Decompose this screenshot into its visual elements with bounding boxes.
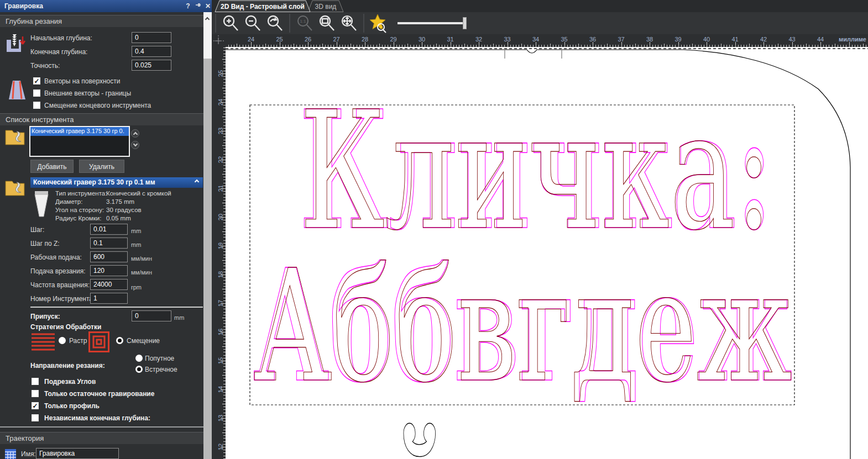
- checkbox-label: Независимая конечная глубина:: [44, 414, 150, 422]
- zoom-out-icon[interactable]: [242, 13, 264, 34]
- ruler-number: 32: [475, 36, 482, 43]
- checkbox-rest-engraving[interactable]: ✓: [32, 390, 39, 397]
- end-depth-input[interactable]: [132, 46, 171, 57]
- ruler-number: 38: [646, 36, 653, 43]
- tab-3d-label[interactable]: 3D вид: [315, 3, 337, 10]
- tool-list-item[interactable]: Конический гравер 3.175 30 гр 0.: [30, 127, 129, 136]
- param-label: Номер Инструмента:: [30, 295, 95, 303]
- zoom-extents-icon[interactable]: [338, 13, 360, 34]
- param-unit: mm: [131, 228, 141, 234]
- ruler-number: 40: [703, 36, 710, 43]
- allowance-unit: mm: [174, 314, 184, 321]
- param-unit: мм/мин: [131, 269, 152, 276]
- checkbox-label: Внешние векторы - границы: [44, 89, 131, 97]
- zoom-slider[interactable]: [398, 17, 469, 30]
- panel-titlebar: Гравировка ? ✕: [0, 0, 212, 12]
- ruler-tick: [621, 42, 622, 47]
- zoom-window-icon[interactable]: [316, 13, 338, 34]
- zoom-in-icon[interactable]: [219, 13, 242, 34]
- svg-text:1:1: 1:1: [300, 19, 306, 24]
- tool-folder-icon: [4, 178, 27, 198]
- pin-icon[interactable]: [194, 2, 202, 10]
- toolnumber-input[interactable]: [90, 293, 128, 304]
- ruler-number: 34: [532, 36, 539, 43]
- view-area: 2D Вид - Растровый слой 3D вид 1:1: [212, 0, 868, 459]
- tool-up-button[interactable]: [131, 129, 139, 138]
- field-label: Конечная глубина:: [30, 48, 87, 56]
- checkbox-independent-depth[interactable]: ✓: [32, 414, 39, 421]
- checkbox-outer-vectors[interactable]: ✓: [33, 89, 40, 97]
- tool-cone-icon: [33, 190, 50, 219]
- param-label: Шаг:: [30, 226, 44, 234]
- trajectory-name-input[interactable]: [36, 448, 119, 459]
- tool-prop-value: 0.05 mm: [106, 215, 131, 221]
- tool-header[interactable]: Конический гравер 3.175 30 гр 0.1 мм: [30, 177, 203, 188]
- slider-track[interactable]: [398, 22, 465, 24]
- trajectory-icon: [4, 449, 17, 459]
- radio-label: Растр: [69, 337, 87, 345]
- tool-list[interactable]: Конический гравер 3.175 30 гр 0.: [29, 126, 130, 157]
- allowance-label: Припуск:: [30, 313, 60, 320]
- panel-scrollbar[interactable]: [203, 12, 212, 459]
- zoom-objects-icon[interactable]: [368, 13, 390, 34]
- help-icon[interactable]: ?: [184, 2, 192, 10]
- param-unit: мм/мин: [131, 255, 152, 262]
- radio-label: Попутное: [145, 355, 174, 362]
- collapse-icon[interactable]: [195, 180, 199, 184]
- ruler-number: 43: [788, 36, 795, 43]
- ruler-tick: [820, 42, 821, 47]
- radio-offset[interactable]: [116, 337, 123, 344]
- add-tool-button[interactable]: Добавить: [30, 160, 74, 173]
- checkbox-label: Только профиль: [44, 402, 100, 410]
- tool-header-label: Конический гравер 3.175 30 гр 0.1 мм: [33, 178, 155, 186]
- scrollbar-thumb[interactable]: [203, 25, 212, 59]
- tolerance-input[interactable]: [132, 60, 171, 71]
- plungerate-input[interactable]: [90, 265, 128, 276]
- checkbox-vectors-on-surface[interactable]: ✓: [33, 77, 40, 85]
- tool-down-button[interactable]: [131, 141, 139, 149]
- checkbox-endmill-offset[interactable]: ✓: [33, 102, 40, 109]
- toolbar-divider: [215, 14, 216, 33]
- feedrate-input[interactable]: [90, 251, 128, 262]
- checkbox-profile-only[interactable]: ✓: [32, 402, 39, 409]
- ruler-tick: [707, 42, 707, 47]
- ruler-tick: [650, 42, 650, 47]
- ruler-corner: [212, 34, 226, 47]
- start-depth-input[interactable]: [132, 32, 171, 43]
- tab-2d-label[interactable]: 2D Вид - Растровый слой: [221, 3, 305, 10]
- vector-text-row3-partial[interactable]: зийклмноп: [260, 404, 857, 459]
- scroll-up-button[interactable]: [203, 12, 212, 25]
- trajectory-name-label: Имя:: [21, 450, 36, 458]
- toolpath-row2: Аббвгдеж: [253, 236, 792, 416]
- tool-folder-icon: [4, 127, 27, 147]
- allowance-input[interactable]: [132, 310, 171, 321]
- canvas-2d-view[interactable]: Кличка: Кличка: Аббвгдеж Аббвгдеж зийклм…: [226, 47, 868, 459]
- close-icon[interactable]: ✕: [203, 2, 212, 10]
- stepdown-input[interactable]: [90, 238, 128, 249]
- field-label: Начальная глубина:: [30, 34, 92, 42]
- remove-tool-button[interactable]: Удалить: [79, 160, 124, 173]
- param-label: Подача врезания:: [30, 267, 86, 275]
- checkbox-label: Векторы на поверхности: [44, 77, 121, 85]
- checkbox-label: Только остаточное гравирование: [44, 390, 154, 398]
- ruler-tick: [849, 42, 850, 47]
- radio-conventional[interactable]: [135, 366, 143, 373]
- radio-climb[interactable]: [135, 355, 143, 362]
- ruler-number: 41: [731, 36, 738, 43]
- slider-handle[interactable]: [463, 17, 467, 29]
- ruler-tick: [735, 42, 736, 47]
- zoom-1to1-icon[interactable]: 1:1: [294, 13, 316, 34]
- ruler-tick: [394, 42, 394, 47]
- radio-raster[interactable]: [59, 337, 66, 344]
- stepover-input[interactable]: [90, 224, 128, 235]
- strategy-label: Стратегия Обработки: [30, 323, 101, 331]
- zoom-previous-icon[interactable]: [264, 13, 286, 34]
- spindle-input[interactable]: [90, 279, 128, 290]
- ruler-tick: [280, 42, 280, 47]
- ruler-number: 33: [504, 36, 510, 43]
- ruler-number: 42: [760, 36, 767, 43]
- field-label: Точность:: [30, 62, 60, 70]
- checkbox-corner-sharpening[interactable]: ✓: [32, 378, 39, 385]
- direction-label: Направление резания:: [30, 362, 105, 370]
- divider: [30, 307, 203, 308]
